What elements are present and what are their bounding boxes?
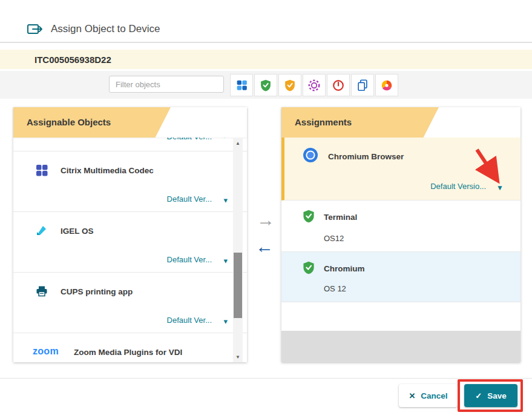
filter-color-wheel-button[interactable]	[375, 74, 398, 96]
scroll-down-button[interactable]: ▼	[233, 351, 243, 362]
device-id-banner: ITC005056938D22	[0, 50, 532, 69]
assignment-item-chromium[interactable]: Chromium OS 12	[281, 252, 521, 302]
igel-os-icon	[34, 223, 50, 239]
dialog-title: Assign Object to Device	[51, 23, 160, 35]
object-name: Zoom Media Plugins for VDI	[74, 348, 182, 357]
citrix-grid-icon	[34, 162, 50, 178]
list-item-citrix-multimedia-codec[interactable]: Citrix Multimedia Codec Default Ver... ▾	[13, 151, 247, 212]
scroll-up-button[interactable]: ▲	[233, 138, 243, 148]
orange-shield-icon	[283, 79, 297, 92]
list-item-clipped[interactable]: Default Ver... ▾	[13, 138, 247, 151]
object-name: Citrix Multimedia Codec	[61, 166, 154, 175]
cancel-button[interactable]: ✕ Cancel	[399, 384, 458, 407]
cancel-label: Cancel	[421, 391, 447, 400]
apps-grid-icon	[235, 79, 248, 91]
check-icon: ✓	[475, 391, 482, 400]
filter-purple-gear-button[interactable]	[303, 74, 326, 96]
printer-icon	[34, 284, 50, 299]
triangle-down-icon: ▼	[235, 354, 240, 360]
scrollbar-thumb[interactable]	[234, 253, 242, 318]
footer-divider	[0, 378, 532, 379]
zoom-wordmark: zoom	[33, 346, 59, 357]
purple-gear-icon	[307, 79, 321, 92]
assignable-objects-list: Default Ver... ▾ Citrix Multimedia Codec…	[13, 138, 247, 362]
list-item-igel-os[interactable]: IGEL OS Default Ver... ▾	[13, 212, 247, 273]
save-button[interactable]: ✓ Save	[464, 384, 517, 407]
device-id: ITC005056938D22	[34, 55, 111, 65]
assign-object-icon	[27, 22, 44, 36]
assignments-panel: Assignments Chromium Browser Default Ver…	[281, 107, 521, 362]
assignable-objects-header: Assignable Objects	[13, 107, 247, 138]
object-type-filter-bar	[230, 74, 398, 96]
list-item-cups-printing-app[interactable]: CUPS printing app Default Ver... ▾	[13, 273, 247, 333]
assignment-item-chromium-browser[interactable]: Chromium Browser Default Versio... ▼	[281, 138, 521, 201]
assignment-item-terminal[interactable]: Terminal OS12	[281, 201, 521, 252]
save-label: Save	[487, 391, 507, 400]
unassign-left-arrow[interactable]: ←	[255, 236, 274, 257]
version-dropdown[interactable]: Default Ver...	[167, 316, 212, 325]
filter-objects-input[interactable]	[109, 76, 224, 93]
assignable-objects-title: Assignable Objects	[27, 107, 111, 138]
chromium-icon	[303, 147, 318, 163]
triangle-up-icon: ▲	[235, 141, 240, 146]
assignment-name: Terminal	[324, 213, 357, 222]
assignments-header: Assignments	[281, 107, 521, 138]
red-ring-icon	[332, 79, 345, 92]
filter-red-ring-button[interactable]	[327, 74, 350, 96]
close-icon: ✕	[409, 391, 415, 400]
green-shield-icon	[301, 260, 316, 275]
assignable-objects-panel: Assignable Objects Default Ver... ▾ Citr…	[13, 107, 247, 362]
assign-object-dialog: Assign Object to Device ITC005056938D22	[0, 0, 532, 418]
filter-green-shield-button[interactable]	[254, 74, 277, 96]
object-name: IGEL OS	[61, 227, 94, 236]
filter-apps-button[interactable]	[230, 74, 253, 96]
object-name: CUPS printing app	[61, 287, 133, 296]
filter-copy-pages-button[interactable]	[351, 74, 374, 96]
chevron-down-icon[interactable]: ▼	[496, 184, 504, 192]
toolbar	[0, 71, 532, 99]
assignments-title: Assignments	[295, 107, 352, 138]
left-panel-scrollbar[interactable]: ▲ ▼	[233, 138, 243, 362]
version-dropdown[interactable]: Default Ver...	[167, 255, 212, 264]
header-divider	[0, 42, 532, 43]
chevron-down-icon[interactable]: ▾	[223, 256, 228, 265]
chevron-down-icon[interactable]: ▾	[223, 196, 228, 205]
assign-right-arrow[interactable]: →	[257, 210, 275, 230]
list-item-zoom-media-plugins[interactable]: zoom Zoom Media Plugins for VDI	[13, 333, 247, 362]
assignment-name: Chromium	[324, 264, 365, 273]
green-shield-icon	[259, 79, 272, 92]
version-dropdown[interactable]: Default Ver...	[167, 138, 212, 141]
dialog-header: Assign Object to Device	[27, 18, 160, 40]
version-dropdown[interactable]: Default Versio...	[430, 182, 486, 191]
assignment-os: OS 12	[324, 284, 346, 293]
assignments-empty-area	[281, 331, 521, 362]
chevron-down-icon: ▾	[222, 138, 226, 140]
assignment-os: OS12	[324, 234, 344, 243]
color-wheel-icon	[380, 79, 393, 92]
chevron-down-icon[interactable]: ▾	[223, 317, 228, 326]
copy-pages-icon	[356, 79, 369, 92]
green-shield-icon	[301, 209, 316, 224]
assignment-name: Chromium Browser	[328, 152, 404, 161]
filter-orange-shield-button[interactable]	[278, 74, 301, 96]
assignments-list: Chromium Browser Default Versio... ▼ Ter…	[281, 138, 521, 362]
version-dropdown[interactable]: Default Ver...	[167, 194, 212, 204]
